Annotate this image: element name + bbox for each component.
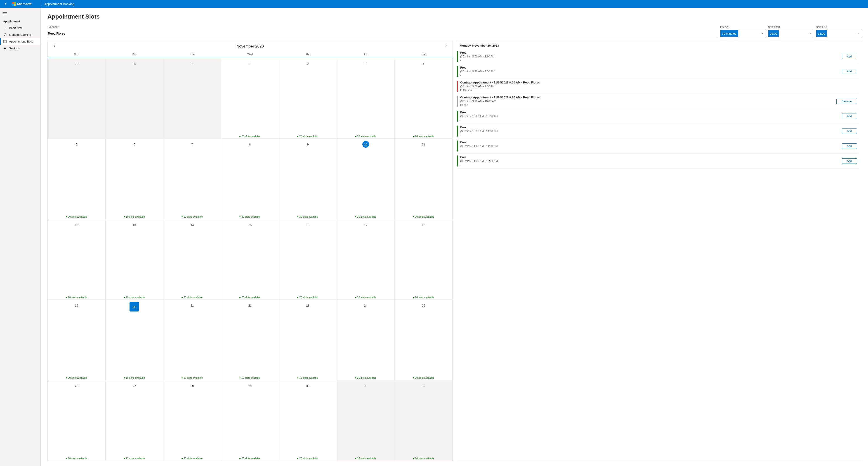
slot-add-button[interactable]: Add — [842, 158, 857, 164]
calendar-input[interactable] — [48, 30, 717, 37]
calendar-day-cell[interactable]: 720 slots available — [163, 139, 221, 219]
calendar-slots-available: 20 slots available — [355, 215, 376, 218]
calendar-slots-available: 20 slots available — [239, 296, 260, 299]
calendar-day-cell[interactable]: 120 slots available — [221, 58, 279, 139]
slot-status-bar — [457, 96, 458, 107]
slot-item: Free(30 mins) 8:00 AM - 8:30 AM-Add — [457, 49, 859, 64]
calendar-day-cell[interactable]: 1020 slots available — [337, 139, 395, 219]
calendar-prev-button[interactable] — [51, 43, 58, 49]
calendar-day-number: 4 — [420, 60, 427, 67]
calendar-day-cell[interactable]: 30 — [105, 58, 163, 139]
slot-status-bar — [457, 125, 458, 137]
calendar-day-cell[interactable]: 1320 slots available — [105, 219, 163, 300]
slot-mode: - — [460, 74, 839, 77]
calendar-day-cell[interactable]: 220 slots available — [395, 380, 453, 461]
slot-time: (30 mins) 9:30 AM - 10:00 AM — [460, 100, 834, 103]
slot-item: Free(30 mins) 10:00 AM - 10:30 AM-Add — [457, 109, 859, 124]
sidebar-item-book-new[interactable]: Book New — [0, 24, 40, 31]
calendar-day-number: 17 — [362, 222, 369, 228]
calendar-day-cell[interactable]: 2018 slots available — [105, 300, 163, 380]
slot-mode: - — [460, 148, 839, 151]
slot-remove-button[interactable]: Remove — [836, 99, 857, 104]
calendar-day-cell[interactable]: 2520 slots available — [395, 300, 453, 380]
calendar-day-cell[interactable]: 820 slots available — [221, 139, 279, 219]
slot-add-button[interactable]: Add — [842, 114, 857, 119]
slot-title: Free — [460, 155, 839, 159]
slot-panel: Monday, November 20, 2023 Free(30 mins) … — [456, 41, 861, 461]
shift-start-label: Shift Start — [768, 26, 813, 29]
calendar-day-cell[interactable]: 1520 slots available — [221, 219, 279, 300]
calendar-day-cell[interactable]: 220 slots available — [279, 58, 337, 139]
slot-list-scroll[interactable]: Free(30 mins) 8:00 AM - 8:30 AM-AddFree(… — [456, 49, 861, 461]
doc-icon — [3, 33, 7, 36]
shift-end-select[interactable] — [816, 30, 861, 37]
microsoft-logo-icon — [12, 2, 16, 6]
slot-panel-date: Monday, November 20, 2023 — [456, 41, 861, 49]
calendar-day-cell[interactable]: 520 slots available — [48, 139, 105, 219]
slot-add-button[interactable]: Add — [842, 128, 857, 134]
slot-time: (30 mins) 9:00 AM - 9:30 AM — [460, 85, 857, 88]
calendar-day-cell[interactable]: 2620 slots available — [48, 380, 105, 461]
slot-mode: - — [460, 163, 839, 167]
calendar-dow-label: Mon — [105, 51, 163, 58]
calendar-day-number: 1 — [362, 382, 369, 389]
sidebar-item-manage-booking[interactable]: Manage Booking — [0, 31, 40, 38]
slot-mode: Phone — [460, 104, 834, 107]
sidebar-section-title: Appointment — [0, 18, 40, 24]
slot-title: Contract Appointment - 11/20/2023 9:00 A… — [460, 81, 857, 84]
calendar-day-number: 18 — [420, 222, 427, 228]
sidebar-item-appointment-slots[interactable]: Appointment Slots — [0, 38, 40, 45]
calendar-day-cell[interactable]: 2717 slots available — [105, 380, 163, 461]
calendar-icon — [3, 39, 7, 43]
slot-time: (30 mins) 8:00 AM - 8:30 AM — [460, 55, 839, 58]
calendar-slots-available: 20 slots available — [297, 215, 318, 218]
slot-item: Contract Appointment - 11/20/2023 9:30 A… — [457, 94, 859, 109]
calendar-slots-available: 20 slots available — [355, 296, 376, 299]
calendar-day-cell[interactable]: 2219 slots available — [221, 300, 279, 380]
slot-add-button[interactable]: Add — [842, 143, 857, 149]
calendar-day-cell[interactable]: 420 slots available — [395, 58, 453, 139]
calendar-day-cell[interactable]: 2117 slots available — [163, 300, 221, 380]
slot-mode: - — [460, 134, 839, 137]
calendar-day-cell[interactable]: 1220 slots available — [48, 219, 105, 300]
slot-status-bar — [457, 141, 458, 151]
calendar-day-cell[interactable]: 619 slots available — [105, 139, 163, 219]
back-button[interactable] — [2, 1, 9, 7]
calendar-day-number: 26 — [73, 382, 80, 389]
calendar-dow-label: Thu — [279, 51, 337, 58]
calendar-slots-available: 20 slots available — [413, 215, 434, 218]
calendar-day-cell[interactable]: 2318 slots available — [279, 300, 337, 380]
main-content: Appointment Slots Calendar Interval 30 M… — [41, 8, 868, 466]
calendar-next-button[interactable] — [442, 43, 450, 49]
calendar-day-cell[interactable]: 1820 slots available — [395, 219, 453, 300]
calendar-day-cell[interactable]: 2920 slots available — [221, 380, 279, 461]
calendar-day-cell[interactable]: 1920 slots available — [48, 300, 105, 380]
sidebar: Appointment Book NewManage BookingAppoin… — [0, 8, 41, 466]
hamburger-menu-button[interactable] — [0, 9, 40, 18]
interval-label: Interval — [720, 26, 765, 29]
calendar-day-number: 12 — [73, 222, 80, 228]
calendar-day-cell[interactable]: 1720 slots available — [337, 219, 395, 300]
calendar-day-cell[interactable]: 31 — [163, 58, 221, 139]
shift-start-select[interactable] — [768, 30, 813, 37]
slot-title: Free — [460, 51, 839, 54]
calendar-day-number: 2 — [420, 382, 427, 389]
calendar-day-cell[interactable]: 3020 slots available — [279, 380, 337, 461]
calendar-day-cell[interactable]: 1620 slots available — [279, 219, 337, 300]
calendar-day-cell[interactable]: 1420 slots available — [163, 219, 221, 300]
calendar-day-cell[interactable]: 2420 slots available — [337, 300, 395, 380]
slot-status-bar — [457, 51, 458, 62]
sidebar-item-label: Appointment Slots — [9, 40, 33, 43]
interval-select[interactable] — [720, 30, 765, 37]
calendar-day-cell[interactable]: 920 slots available — [279, 139, 337, 219]
calendar-slots-available: 20 slots available — [297, 457, 318, 460]
calendar-day-cell[interactable]: 29 — [48, 58, 105, 139]
sidebar-item-settings[interactable]: Settings — [0, 45, 40, 52]
calendar-day-cell[interactable]: 320 slots available — [337, 58, 395, 139]
calendar-slots-available: 20 slots available — [297, 135, 318, 138]
calendar-day-cell[interactable]: 116 slots available — [337, 380, 395, 461]
slot-add-button[interactable]: Add — [842, 69, 857, 74]
calendar-day-cell[interactable]: 2820 slots available — [163, 380, 221, 461]
slot-add-button[interactable]: Add — [842, 54, 857, 59]
calendar-day-cell[interactable]: 1120 slots available — [395, 139, 453, 219]
